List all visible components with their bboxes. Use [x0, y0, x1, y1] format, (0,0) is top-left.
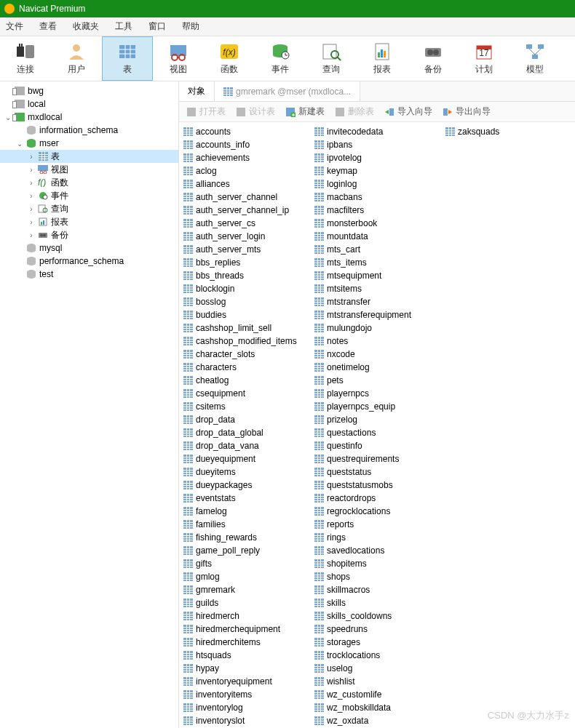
menu-favorites[interactable]: 收藏夹 [73, 20, 99, 33]
table-item[interactable]: auth_server_channel [182, 191, 313, 204]
table-item[interactable]: ipvotelog [313, 151, 444, 164]
table-item[interactable]: auth_server_channel_ip [182, 204, 313, 217]
toolbar-plug-button[interactable]: 连接 [0, 36, 51, 81]
table-item[interactable]: mtstransferequipment [313, 308, 444, 321]
table-item[interactable]: gmremark [182, 583, 313, 596]
table-item[interactable]: mountdata [313, 230, 444, 243]
table-item[interactable]: hypay [182, 662, 313, 675]
db-information_schema[interactable]: information_schema [0, 124, 178, 137]
table-item[interactable]: mts_cart [313, 243, 444, 256]
table-item[interactable]: inventoryslot [182, 714, 313, 727]
toolbar-plan-button[interactable]: 17计划 [459, 36, 509, 81]
action-导出向导[interactable]: 导出向导 [443, 105, 491, 118]
toolbar-table-button[interactable]: 表 [102, 36, 153, 81]
table-item[interactable]: drop_data_global [182, 426, 313, 439]
table-item[interactable]: hiredmerchitems [182, 636, 313, 649]
table-item[interactable]: inventoryequipment [182, 675, 313, 688]
table-item[interactable]: skills [313, 596, 444, 609]
table-item[interactable]: csitems [182, 400, 313, 413]
toolbar-query-button[interactable]: 查询 [306, 36, 357, 81]
menu-help[interactable]: 帮助 [182, 20, 199, 33]
table-item[interactable]: hiredmerchequipment [182, 623, 313, 636]
menu-tools[interactable]: 工具 [115, 20, 132, 33]
table-item[interactable]: shops [313, 570, 444, 583]
table-item[interactable]: auth_server_mts [182, 243, 313, 256]
toolbar-event-button[interactable]: 事件 [255, 36, 306, 81]
action-导入向导[interactable]: 导入向导 [384, 105, 432, 118]
db-mysql[interactable]: mysql [0, 241, 178, 255]
action-新建表[interactable]: 新建表 [285, 105, 325, 118]
db-performance_schema[interactable]: performance_schema [0, 255, 178, 268]
table-item[interactable]: mulungdojo [313, 321, 444, 335]
table-item[interactable]: guilds [182, 596, 313, 609]
table-item[interactable]: eventstats [182, 492, 313, 505]
dbchild-表[interactable]: ›表 [0, 150, 178, 163]
table-item[interactable]: pets [313, 374, 444, 387]
table-item[interactable]: mtsequipment [313, 269, 444, 282]
table-item[interactable]: nxcode [313, 348, 444, 361]
table-item[interactable]: cashshop_limit_sell [182, 321, 313, 335]
table-item[interactable]: dueyitems [182, 465, 313, 479]
table-item[interactable]: achievements [182, 151, 313, 164]
conn-mxdlocal[interactable]: ⌄mxdlocal [0, 111, 178, 124]
expand-icon[interactable]: › [26, 166, 36, 174]
table-item[interactable]: skillmacros [313, 583, 444, 596]
dbchild-查询[interactable]: ›查询 [0, 202, 178, 215]
table-item[interactable]: bbs_threads [182, 269, 313, 282]
table-item[interactable]: characters [182, 361, 313, 374]
table-item[interactable]: questrequirements [313, 452, 444, 465]
table-item[interactable]: onetimelog [313, 361, 444, 374]
table-item[interactable]: zaksquads [444, 125, 575, 138]
table-item[interactable]: speedruns [313, 623, 444, 636]
conn-local[interactable]: local [0, 97, 178, 111]
toolbar-user-button[interactable]: 用户 [51, 36, 102, 81]
table-item[interactable]: gifts [182, 557, 313, 570]
tab-objects[interactable]: 对象 [179, 81, 215, 101]
dbchild-报表[interactable]: ›报表 [0, 215, 178, 228]
table-item[interactable]: bbs_replies [182, 256, 313, 269]
table-item[interactable]: buddies [182, 308, 313, 321]
table-item[interactable]: auth_server_login [182, 230, 313, 243]
table-item[interactable]: fishing_rewards [182, 531, 313, 544]
table-item[interactable]: drop_data_vana [182, 439, 313, 452]
table-item[interactable]: regrocklocations [313, 505, 444, 518]
dbchild-备份[interactable]: ›备份 [0, 228, 178, 241]
dbchild-事件[interactable]: ›事件 [0, 189, 178, 202]
table-item[interactable]: csequipment [182, 387, 313, 400]
tab-gmremark[interactable]: gmremark @mser (mxdloca... [215, 81, 360, 101]
expand-icon[interactable]: ⌄ [15, 140, 25, 148]
table-item[interactable]: inventoryitems [182, 688, 313, 701]
toolbar-backup-button[interactable]: 备份 [408, 36, 459, 81]
table-item[interactable]: questinfo [313, 439, 444, 452]
table-item[interactable]: character_slots [182, 348, 313, 361]
table-item[interactable]: shopitems [313, 557, 444, 570]
table-item[interactable]: skills_cooldowns [313, 609, 444, 623]
table-item[interactable]: dueyequipment [182, 452, 313, 465]
table-item[interactable]: inventorylog [182, 701, 313, 714]
dbchild-函数[interactable]: ›f()函数 [0, 176, 178, 189]
expand-icon[interactable]: › [26, 153, 36, 161]
table-item[interactable]: reactordrops [313, 492, 444, 505]
table-item[interactable]: monsterbook [313, 217, 444, 230]
table-item[interactable]: dueypackages [182, 479, 313, 492]
table-item[interactable]: questactions [313, 426, 444, 439]
table-item[interactable]: accounts [182, 125, 313, 138]
expand-icon[interactable]: › [26, 179, 36, 187]
table-item[interactable]: invitecodedata [313, 125, 444, 138]
table-item[interactable]: mts_items [313, 256, 444, 269]
db-test[interactable]: test [0, 268, 178, 281]
table-item[interactable]: prizelog [313, 413, 444, 426]
expand-icon[interactable]: › [26, 218, 36, 226]
table-item[interactable]: wz_mobskilldata [313, 701, 444, 714]
menu-view[interactable]: 查看 [39, 20, 57, 33]
table-item[interactable]: famelog [182, 505, 313, 518]
table-item[interactable]: queststatusmobs [313, 479, 444, 492]
table-item[interactable]: wz_oxdata [313, 714, 444, 727]
table-item[interactable]: notes [313, 335, 444, 348]
table-item[interactable]: keymap [313, 164, 444, 177]
table-item[interactable]: ipbans [313, 138, 444, 151]
toolbar-report-button[interactable]: 报表 [357, 36, 408, 81]
table-item[interactable]: mtsitems [313, 282, 444, 295]
table-item[interactable]: blocklogin [182, 282, 313, 295]
table-item[interactable]: auth_server_cs [182, 217, 313, 230]
